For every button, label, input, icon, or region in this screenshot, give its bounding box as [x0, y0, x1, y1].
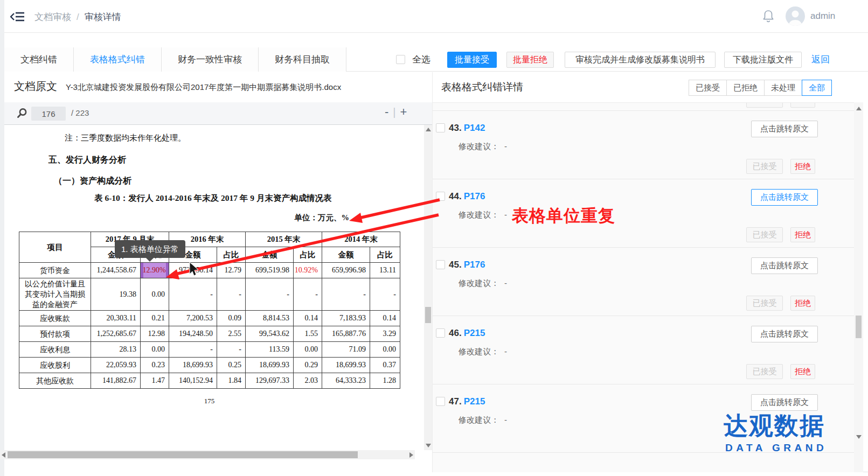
suggestion-line: 修改建议：-	[459, 278, 507, 289]
table-cell: 1,252,685.67	[91, 326, 141, 342]
table-cell: 3.29	[370, 326, 400, 342]
username[interactable]: admin	[810, 11, 835, 22]
issue-item: 43.P142 点击跳转原文 修改建议：- 已接受 拒绝	[433, 111, 854, 179]
table-cell: 其他应收款	[19, 373, 91, 389]
tab[interactable]: 表格格式纠错	[74, 47, 162, 72]
table-cell: 12.98	[141, 326, 169, 342]
tab[interactable]: 文档纠错	[4, 47, 74, 72]
clipped-reject-button[interactable]	[790, 103, 815, 108]
filter-button[interactable]: 未处理	[764, 80, 802, 96]
zoom-controls: - | +	[380, 105, 411, 119]
scroll-down-arrow[interactable]	[426, 444, 431, 447]
logo-english: DATA GRAND	[725, 442, 827, 454]
batch-accept-button[interactable]: 批量接受	[447, 52, 497, 68]
issue-index: 45.	[449, 260, 462, 270]
filter-button[interactable]: 全部	[802, 80, 832, 96]
app-header: 文档审核/审核详情 admin	[4, 0, 868, 33]
datagrand-logo: 达观数据 DATA GRAND	[724, 412, 827, 454]
accept-button[interactable]: 已接受	[746, 227, 783, 242]
table-cell: -	[370, 278, 400, 311]
error-tooltip: 1. 表格单位异常	[115, 240, 185, 258]
issue-index: 46.	[449, 328, 462, 338]
page-total: / 223	[71, 108, 89, 117]
table-cell: 129,697.33	[246, 373, 294, 389]
jump-to-source-button[interactable]: 点击跳转原文	[751, 326, 818, 342]
batch-reject-button[interactable]: 批量拒绝	[506, 52, 554, 68]
doc-horizontal-scrollbar[interactable]	[0, 450, 415, 459]
breadcrumb: 文档审核/审核详情	[34, 11, 121, 23]
issue-items: 43.P142 点击跳转原文 修改建议：- 已接受 拒绝 44.P176 点击跳…	[433, 111, 854, 453]
reject-button[interactable]: 拒绝	[790, 227, 815, 242]
tab[interactable]: 财务一致性审核	[162, 47, 259, 72]
clipped-accept-button[interactable]	[746, 103, 783, 108]
table-cell: 7,200.53	[169, 311, 217, 326]
scrollbar-thumb[interactable]	[856, 316, 862, 338]
doc-vertical-scrollbar[interactable]	[424, 125, 432, 450]
doc-page-number: 175	[19, 397, 400, 405]
tab[interactable]: 财务科目抽取	[259, 47, 346, 72]
avatar[interactable]	[786, 6, 805, 26]
issue-checkbox[interactable]	[436, 192, 445, 201]
issue-item: 46.P215 点击跳转原文 修改建议：- 已接受 拒绝	[433, 316, 854, 384]
issue-checkbox[interactable]	[436, 260, 445, 269]
issue-page: P215	[464, 396, 485, 407]
finish-review-button[interactable]: 审核完成并生成修改版募集说明书	[565, 52, 716, 68]
scrollbar-thumb[interactable]	[425, 307, 431, 323]
suggestion-value: -	[504, 142, 507, 151]
table-cell: -	[246, 278, 294, 311]
jump-to-source-button[interactable]: 点击跳转原文	[751, 189, 818, 206]
jump-to-source-button[interactable]: 点击跳转原文	[751, 121, 818, 137]
table-cell: 以公允价值计量且其变动计入当期损益的金融资产	[19, 278, 91, 311]
zoom-out-button[interactable]: -	[380, 105, 393, 119]
table-cell: 194,248.50	[169, 326, 217, 342]
doc-table-header-groups: 项目 2017 年 9 月末2016 年末2015 年末2014 年末	[19, 232, 400, 247]
issue-page: P176	[464, 260, 485, 270]
left-gutter	[0, 0, 4, 476]
breadcrumb-root[interactable]: 文档审核	[34, 12, 71, 22]
issue-item: 44.P176 点击跳转原文 修改建议：- 已接受 拒绝	[433, 179, 854, 248]
suggestion-label: 修改建议：	[459, 347, 499, 356]
menu-fold-icon[interactable]	[10, 10, 25, 23]
jump-to-source-button[interactable]: 点击跳转原文	[751, 394, 818, 411]
subheader-cell: 占比	[217, 247, 246, 263]
bell-icon[interactable]	[761, 9, 775, 24]
jump-to-source-button[interactable]: 点击跳转原文	[751, 257, 818, 274]
download-annotated-button[interactable]: 下载批注版文件	[724, 52, 802, 68]
doc-panel-title: 文档原文	[14, 79, 57, 94]
accept-button[interactable]: 已接受	[746, 296, 783, 311]
scroll-up-arrow[interactable]	[426, 128, 431, 131]
page-input[interactable]	[31, 107, 66, 121]
magnifier-icon[interactable]	[16, 107, 28, 119]
issue-checkbox[interactable]	[436, 397, 445, 406]
doc-heading-1: 五、发行人财务分析	[48, 155, 126, 166]
doc-table-row: 应收利息 28.13 0.00 - - 113.59 0.00 71.09 0.…	[19, 342, 400, 358]
filter-button[interactable]: 已接受	[689, 80, 727, 96]
detail-panel: 表格格式纠错详情 已接受 已拒绝 未处理 全部 43.P142 点击跳转原文 修…	[432, 72, 868, 472]
table-cell: 0.23	[141, 358, 169, 373]
scroll-up-arrow[interactable]	[856, 107, 862, 110]
table-cell: 应收股利	[19, 358, 91, 373]
scrollbar-thumb[interactable]	[8, 451, 358, 458]
suggestion-value: -	[504, 210, 507, 219]
issue-checkbox[interactable]	[436, 123, 445, 132]
zoom-in-button[interactable]: +	[396, 105, 412, 119]
reject-button[interactable]: 拒绝	[790, 296, 815, 311]
doc-table-item-header: 项目	[19, 232, 91, 263]
subheader-cell: 占比	[370, 247, 400, 263]
scroll-left-arrow[interactable]	[2, 452, 5, 458]
detail-vertical-scrollbar[interactable]	[854, 102, 863, 472]
table-cell: 20,303.11	[91, 311, 141, 326]
scroll-down-arrow[interactable]	[856, 435, 862, 439]
issue-index: 44.	[449, 191, 462, 201]
select-all-checkbox[interactable]	[396, 55, 405, 64]
filter-button[interactable]: 已拒绝	[726, 80, 765, 96]
issue-checkbox[interactable]	[436, 328, 445, 338]
reject-button[interactable]: 拒绝	[790, 364, 815, 379]
issue-index: 43.	[449, 123, 462, 133]
accept-button[interactable]: 已接受	[746, 159, 783, 174]
accept-button[interactable]: 已接受	[746, 364, 783, 379]
suggestion-value: -	[504, 415, 507, 424]
reject-button[interactable]: 拒绝	[790, 159, 815, 174]
scroll-right-arrow[interactable]	[409, 452, 413, 458]
back-link[interactable]: 返回	[811, 53, 830, 66]
